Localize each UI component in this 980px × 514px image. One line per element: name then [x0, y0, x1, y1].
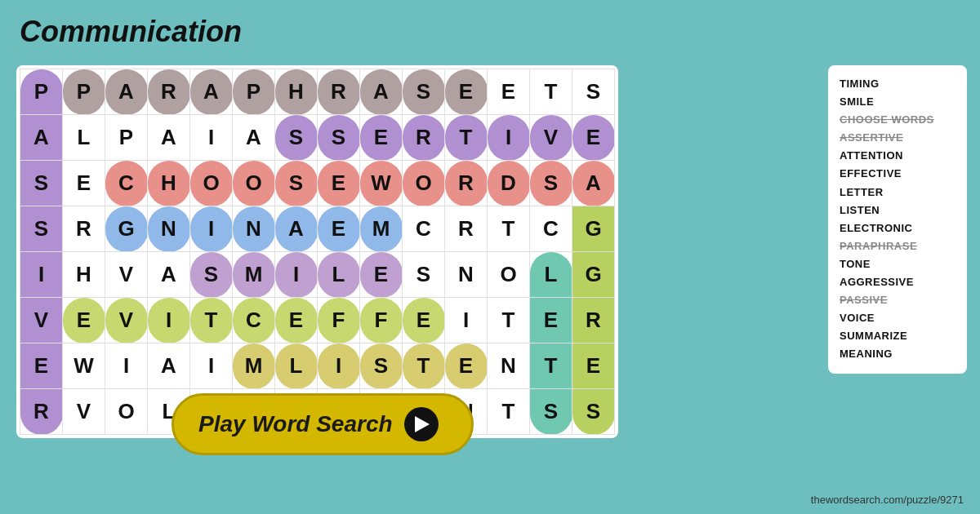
grid-cell: L: [63, 115, 105, 161]
grid-cell: I: [318, 343, 360, 389]
grid-cell: G: [105, 206, 148, 252]
grid-cell: N: [233, 206, 275, 252]
word-list-item: LETTER: [840, 184, 956, 202]
grid-cell: M: [233, 343, 275, 389]
grid-cell: O: [105, 389, 148, 435]
grid-cell: E: [445, 343, 488, 389]
grid-cell: E: [20, 343, 63, 389]
grid-cell: I: [445, 298, 488, 343]
grid-cell: E: [318, 161, 360, 206]
play-button-label: Play Word Search: [198, 411, 393, 437]
grid-cell: S: [20, 161, 63, 206]
grid-cell: A: [20, 115, 63, 161]
word-list-item: PASSIVE: [840, 291, 956, 309]
grid-cell: A: [360, 69, 403, 115]
word-list-item: MEANING: [840, 345, 956, 363]
grid-cell: T: [445, 115, 488, 161]
grid-cell: R: [148, 69, 190, 115]
grid-cell: S: [403, 69, 445, 115]
word-list-item: SMILE: [840, 93, 956, 111]
play-button[interactable]: Play Word Search: [172, 393, 474, 455]
grid-cell: I: [190, 343, 233, 389]
grid-cell: O: [233, 161, 275, 206]
word-list-item: CHOOSE WORDS: [840, 111, 956, 129]
grid-cell: N: [445, 252, 488, 298]
grid-cell: D: [488, 161, 530, 206]
grid-cell: V: [530, 115, 572, 161]
grid-cell: P: [105, 115, 148, 161]
grid-cell: A: [105, 69, 148, 115]
grid-cell: A: [275, 206, 318, 252]
grid-cell: S: [275, 115, 318, 161]
grid-cell: S: [275, 161, 318, 206]
grid-cell: V: [20, 298, 63, 343]
grid-cell: C: [233, 298, 275, 343]
grid-cell: S: [530, 161, 572, 206]
grid-cell: H: [148, 161, 190, 206]
grid-cell: R: [63, 206, 105, 252]
word-search-grid: PPARAPHRASEETSALPAIASSERTIVESECHOOSEWORD…: [16, 65, 618, 438]
grid-cell: P: [63, 69, 105, 115]
grid-cell: H: [275, 69, 318, 115]
grid-cell: I: [190, 206, 233, 252]
grid-cell: E: [360, 115, 403, 161]
grid-cell: T: [488, 389, 530, 435]
play-icon: [404, 407, 439, 441]
word-list-panel: TIMINGSMILECHOOSE WORDSASSERTIVEATTENTIO…: [828, 65, 967, 374]
word-list-item: TIMING: [840, 75, 956, 93]
grid-cell: I: [148, 298, 190, 343]
grid-cell: V: [105, 298, 148, 343]
grid-cell: S: [360, 343, 403, 389]
grid-cell: F: [360, 298, 403, 343]
grid-cell: R: [403, 115, 445, 161]
grid-cell: I: [488, 115, 530, 161]
grid-cell: T: [190, 298, 233, 343]
grid-cell: M: [233, 252, 275, 298]
grid-cell: A: [233, 115, 275, 161]
grid-cell: F: [318, 298, 360, 343]
grid-cell: W: [360, 161, 403, 206]
grid-cell: E: [63, 161, 105, 206]
grid-cell: R: [572, 298, 615, 343]
word-list-item: ATTENTION: [840, 147, 956, 165]
grid-cell: T: [488, 206, 530, 252]
grid-cell: S: [572, 389, 615, 435]
grid-cell: I: [20, 252, 63, 298]
grid-cell: O: [190, 161, 233, 206]
grid-cell: A: [190, 69, 233, 115]
grid-cell: L: [530, 252, 572, 298]
page-title: Communication: [20, 15, 242, 49]
word-list-item: AGGRESSIVE: [840, 273, 956, 291]
grid-cell: C: [403, 206, 445, 252]
grid-cell: E: [488, 69, 530, 115]
grid-cell: O: [403, 161, 445, 206]
word-list-item: SUMMARIZE: [840, 327, 956, 345]
grid-cell: N: [488, 343, 530, 389]
grid-cell: R: [445, 161, 488, 206]
grid-cell: W: [63, 343, 105, 389]
grid-cell: E: [445, 69, 488, 115]
grid-cell: I: [105, 343, 148, 389]
grid-cell: E: [403, 298, 445, 343]
grid-cell: S: [20, 206, 63, 252]
grid-cell: H: [63, 252, 105, 298]
grid-cell: C: [530, 206, 572, 252]
grid-cell: T: [530, 343, 572, 389]
grid-cell: A: [148, 252, 190, 298]
word-list-item: EFFECTIVE: [840, 165, 956, 183]
grid-cell: R: [318, 69, 360, 115]
grid-cell: M: [360, 206, 403, 252]
word-list-item: ELECTRONIC: [840, 219, 956, 237]
grid-cell: G: [572, 252, 615, 298]
word-list-item: LISTEN: [840, 202, 956, 219]
grid-cell: E: [530, 298, 572, 343]
grid-cell: S: [572, 69, 615, 115]
grid-cell: S: [190, 252, 233, 298]
grid-cell: T: [488, 298, 530, 343]
grid-cell: E: [275, 298, 318, 343]
grid-cell: E: [572, 115, 615, 161]
grid-cell: P: [233, 69, 275, 115]
word-list-item: VOICE: [840, 309, 956, 327]
grid-cell: I: [190, 115, 233, 161]
word-list-item: TONE: [840, 255, 956, 273]
